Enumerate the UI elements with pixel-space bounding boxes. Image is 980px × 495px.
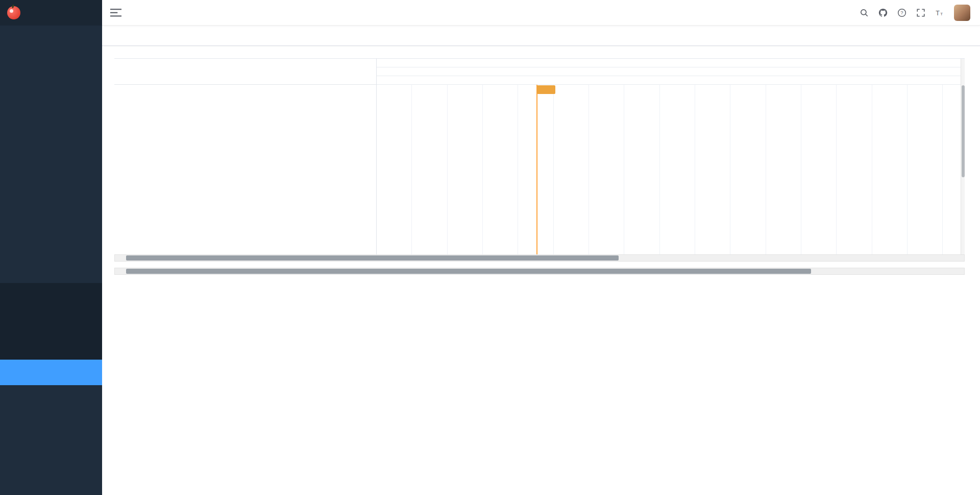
arrow-right-icon[interactable]: [957, 268, 964, 274]
sidebar-submenu: [0, 283, 102, 385]
main-area: ? TT: [102, 0, 980, 495]
today-marker-line: [536, 85, 537, 254]
timeline-day-row: [377, 67, 961, 76]
arrow-right-icon[interactable]: [957, 255, 964, 261]
avatar[interactable]: [954, 5, 970, 21]
arrow-left-icon[interactable]: [115, 268, 122, 274]
help-icon[interactable]: ?: [897, 8, 906, 17]
timeline-hour-row: [377, 76, 961, 85]
gantt-panel: [114, 58, 965, 254]
gantt-horizontal-scrollbar[interactable]: [114, 254, 965, 262]
hamburger-icon[interactable]: [110, 8, 121, 17]
gantt-timeline: [376, 59, 961, 254]
gantt-grid-header: [114, 59, 376, 85]
today-badge: [537, 85, 555, 94]
fullscreen-icon[interactable]: [916, 8, 925, 17]
sidebar-item-0[interactable]: [0, 26, 102, 54]
sidebar-item-8[interactable]: [0, 254, 102, 283]
gantt-chart-body: [377, 85, 961, 254]
gantt-task-grid: [114, 59, 376, 254]
gantt-vertical-scrollbar[interactable]: [961, 59, 965, 254]
sidebar-item-4[interactable]: [0, 140, 102, 169]
tags-bar: [102, 26, 980, 46]
timeline-range-label: [377, 59, 961, 67]
scrollbar-thumb[interactable]: [126, 255, 619, 261]
sidebar-subitem-3[interactable]: [0, 360, 102, 385]
svg-text:T: T: [940, 11, 943, 16]
arrow-left-icon[interactable]: [115, 255, 122, 261]
scrollbar-thumb[interactable]: [126, 269, 811, 274]
sidebar-item-5[interactable]: [0, 169, 102, 197]
sidebar-item-1[interactable]: [0, 54, 102, 83]
sidebar-subitem-2[interactable]: [0, 334, 102, 360]
sidebar-item-7[interactable]: [0, 226, 102, 254]
font-size-icon[interactable]: TT: [935, 8, 944, 17]
svg-text:T: T: [936, 9, 940, 16]
app-logo[interactable]: [0, 0, 102, 26]
sidebar-menu: [0, 26, 102, 385]
svg-text:?: ?: [900, 10, 903, 15]
sidebar-subitem-1[interactable]: [0, 309, 102, 334]
app-logo-icon: [7, 6, 20, 19]
sidebar-subitem-0[interactable]: [0, 283, 102, 309]
sidebar-item-2[interactable]: [0, 83, 102, 111]
github-icon[interactable]: [878, 8, 888, 17]
sidebar: [0, 0, 102, 495]
navbar-actions: ? TT: [860, 5, 972, 21]
user-menu[interactable]: [954, 5, 972, 21]
orders-horizontal-scrollbar[interactable]: [114, 268, 965, 275]
sidebar-item-3[interactable]: [0, 111, 102, 140]
navbar: ? TT: [102, 0, 980, 26]
page-content: [102, 58, 980, 275]
sidebar-item-6[interactable]: [0, 197, 102, 226]
scrollbar-thumb[interactable]: [962, 85, 965, 177]
gantt-grid-body: [114, 85, 376, 254]
search-icon[interactable]: [860, 8, 869, 17]
